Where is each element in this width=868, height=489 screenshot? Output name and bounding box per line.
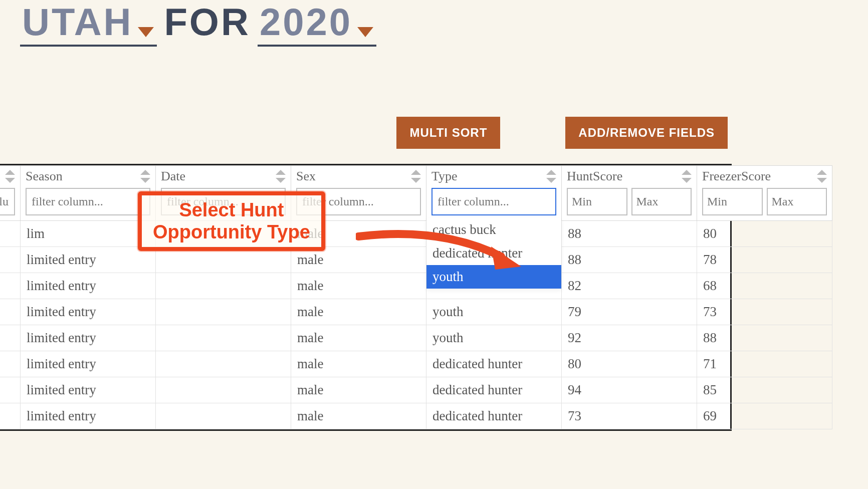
cell: anner	[0, 325, 21, 351]
column-header-season[interactable]: Season	[21, 166, 156, 221]
table-row[interactable]: annerlimited entrymalededicated hunter94…	[0, 377, 832, 403]
cell: limited entry	[21, 403, 156, 429]
cell: limited entry	[21, 325, 156, 351]
column-header-type[interactable]: Typecactus buckdedicated hunteryouth	[426, 166, 562, 221]
table-row[interactable]: annerlimited entrymalededicated hunter73…	[0, 403, 832, 429]
cell: youth	[426, 299, 562, 325]
cell: male	[291, 221, 426, 247]
cell: 71	[697, 351, 832, 377]
state-dropdown[interactable]: UTAH	[20, 0, 157, 47]
cell: 88	[562, 221, 697, 247]
filter-input[interactable]	[161, 188, 286, 215]
cell: 92	[562, 325, 697, 351]
sort-icon[interactable]	[5, 170, 15, 183]
toolbar: MULTI SORT ADD/REMOVE FIELDS	[0, 67, 868, 164]
add-remove-fields-button[interactable]: ADD/REMOVE FIELDS	[565, 117, 728, 149]
sort-icon[interactable]	[276, 170, 286, 183]
table-row[interactable]: annerlimited entrymale8268	[0, 273, 832, 299]
dropdown-option[interactable]: cactus buck	[426, 218, 561, 241]
cell: limited entry	[21, 377, 156, 403]
cell	[156, 351, 291, 377]
for-label: FOR	[164, 0, 250, 44]
type-dropdown[interactable]: cactus buckdedicated hunteryouth	[426, 218, 561, 289]
cell: 94	[562, 377, 697, 403]
sort-icon[interactable]	[411, 170, 421, 183]
cell: male	[291, 403, 426, 429]
page-title: UTAH FOR 2020	[20, 0, 848, 47]
dropdown-option[interactable]: dedicated hunter	[426, 241, 561, 265]
cell	[156, 403, 291, 429]
filter-input[interactable]	[0, 188, 15, 215]
cell: limited entry	[21, 299, 156, 325]
cell: limited entry	[21, 273, 156, 299]
cell: youth	[426, 325, 562, 351]
min-input[interactable]	[567, 188, 627, 215]
sort-icon[interactable]	[140, 170, 150, 183]
cell: 85	[697, 377, 832, 403]
cell: 79	[562, 299, 697, 325]
cell: dedicated hunter	[426, 351, 562, 377]
state-label: UTAH	[22, 0, 133, 44]
cell: anner	[0, 403, 21, 429]
caret-down-icon	[357, 27, 373, 37]
header-label: Type	[431, 169, 458, 184]
cell: dedicated hunter	[426, 377, 562, 403]
min-input[interactable]	[702, 188, 763, 215]
hero: UTAH FOR 2020	[0, 0, 868, 67]
table-row[interactable]: annerlimited entrymale8878	[0, 247, 832, 273]
year-dropdown[interactable]: 2020	[258, 0, 376, 47]
header-label: Sex	[296, 169, 316, 184]
header-label: Season	[26, 169, 63, 184]
cell: 82	[562, 273, 697, 299]
cell: male	[291, 273, 426, 299]
cell: male	[291, 351, 426, 377]
cell: 73	[562, 403, 697, 429]
cell: dedicated hunter	[426, 403, 562, 429]
cell: limited entry	[21, 247, 156, 273]
filter-input[interactable]	[296, 188, 421, 215]
max-input[interactable]	[631, 188, 692, 215]
cell: 68	[697, 273, 832, 299]
cell: lim	[21, 221, 156, 247]
column-header-date[interactable]: Date	[156, 166, 291, 221]
cell	[156, 273, 291, 299]
cell	[156, 299, 291, 325]
cell	[156, 325, 291, 351]
sort-icon[interactable]	[546, 170, 556, 183]
hunt-table: rSeasonDateSexTypecactus buckdedicated h…	[0, 164, 732, 431]
multi-sort-button[interactable]: MULTI SORT	[396, 117, 500, 149]
year-label: 2020	[260, 0, 352, 44]
dropdown-option[interactable]: youth	[426, 265, 561, 289]
column-header-huntscore[interactable]: HuntScore	[562, 166, 697, 221]
cell: anner	[0, 299, 21, 325]
cell: anner	[0, 351, 21, 377]
cell: 88	[562, 247, 697, 273]
caret-down-icon	[138, 27, 154, 37]
column-header-r[interactable]: r	[0, 166, 21, 221]
cell: male	[291, 247, 426, 273]
cell: 69	[697, 403, 832, 429]
filter-input[interactable]	[431, 188, 556, 215]
sort-icon[interactable]	[682, 170, 692, 183]
table-row[interactable]: annerlimmale8880	[0, 221, 832, 247]
header-label: HuntScore	[567, 169, 622, 184]
column-header-freezerscore[interactable]: FreezerScore	[697, 166, 832, 221]
cell: male	[291, 299, 426, 325]
table-row[interactable]: annerlimited entrymaleyouth7973	[0, 299, 832, 325]
column-header-sex[interactable]: Sex	[291, 166, 426, 221]
cell: anner	[0, 273, 21, 299]
cell: anner	[0, 377, 21, 403]
cell: 80	[697, 221, 832, 247]
cell: limited entry	[21, 351, 156, 377]
table-row[interactable]: annerlimited entrymaleyouth9288	[0, 325, 832, 351]
max-input[interactable]	[767, 188, 827, 215]
sort-icon[interactable]	[817, 170, 827, 183]
cell: 88	[697, 325, 832, 351]
cell: 80	[562, 351, 697, 377]
table-row[interactable]: annerlimited entrymalededicated hunter80…	[0, 351, 832, 377]
cell: anner	[0, 221, 21, 247]
header-label: Date	[161, 169, 185, 184]
cell	[156, 247, 291, 273]
filter-input[interactable]	[26, 188, 150, 215]
cell: male	[291, 325, 426, 351]
